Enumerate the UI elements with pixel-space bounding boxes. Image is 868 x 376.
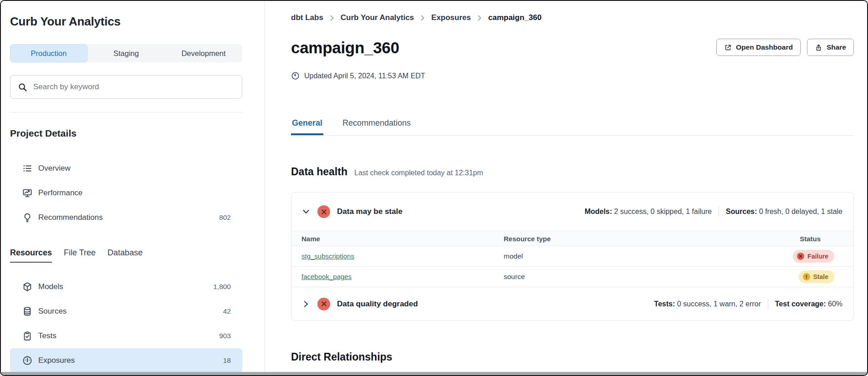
chevron-right-icon [420, 15, 425, 21]
breadcrumb-exposures[interactable]: Exposures [431, 13, 471, 22]
sidebar-item-count: 903 [219, 332, 231, 340]
resource-link-stg-subscriptions[interactable]: stg_subscriptions [301, 252, 354, 260]
page-title: campaign_360 [291, 39, 399, 57]
status-badge: Stale [799, 270, 834, 283]
database-icon [22, 306, 32, 316]
quality-section-stats: Tests: 0 success, 1 warn, 2 error Test c… [654, 299, 842, 309]
resource-type-cell: source [504, 267, 708, 287]
data-health-header: Data health Last check completed today a… [291, 165, 854, 178]
chevron-right-icon [330, 15, 334, 21]
page-tabs: General Recommendations [291, 117, 854, 136]
quality-section-row: Data quality degraded Tests: 0 success, … [291, 287, 853, 320]
col-header-resource-type: Resource type [504, 231, 708, 246]
sidebar-item-count: 18 [223, 356, 231, 365]
open-dashboard-button[interactable]: Open Dashboard [716, 39, 801, 56]
table-row: facebook_pages source Stale [291, 267, 853, 287]
data-health-card: Data may be stale Models: 2 success, 0 s… [291, 192, 854, 321]
quality-section-title: Data quality degraded [337, 300, 418, 309]
sidebar-project-title: Curb Your Analytics [10, 15, 254, 29]
env-tab-production[interactable]: Production [10, 44, 87, 62]
resource-tabs: Resources File Tree Database [10, 248, 254, 263]
stale-section-title: Data may be stale [337, 207, 403, 216]
error-x-circle-icon [797, 253, 804, 260]
sidebar-item-count: 42 [223, 307, 231, 315]
error-x-circle-icon [317, 298, 330, 310]
main-content: dbt Labs Curb Your Analytics Exposures c… [266, 1, 867, 372]
sidebar-item-label: Sources [38, 307, 66, 316]
sidebar-item-performance[interactable]: Performance [10, 181, 242, 205]
sidebar-item-recommendations[interactable]: Recommendations 802 [10, 205, 242, 230]
col-header-name: Name [291, 231, 504, 246]
lightbulb-icon [22, 213, 32, 223]
stale-resources-table: Name Resource type Status stg_subscripti… [291, 231, 853, 287]
sidebar-item-count: 802 [219, 213, 231, 222]
resources-list: Models 1,800 Sources 42 Tests 903 [10, 274, 242, 373]
share-button[interactable]: Share [807, 39, 854, 56]
coverage-stat: Test coverage: 60% [775, 300, 842, 308]
tab-recommendations[interactable]: Recommendations [342, 117, 412, 135]
sidebar-search[interactable] [10, 75, 242, 99]
models-stat: Models: 2 success, 0 skipped, 1 failure [585, 208, 712, 216]
sidebar-divider [10, 112, 242, 112]
sidebar-item-overview[interactable]: Overview [10, 156, 242, 181]
gauge-icon [22, 356, 32, 366]
title-row: campaign_360 Open Dashboard Share [291, 39, 854, 57]
warning-circle-icon [803, 273, 810, 280]
window-bottom-edge [1, 372, 867, 375]
stats-divider [768, 299, 768, 309]
clipboard-check-icon [22, 331, 32, 341]
chevron-right-icon [477, 15, 482, 21]
stale-section-row: Data may be stale Models: 2 success, 0 s… [291, 193, 853, 231]
breadcrumb-project[interactable]: Curb Your Analytics [341, 13, 414, 22]
chevron-down-icon[interactable] [301, 207, 311, 216]
stale-section-stats: Models: 2 success, 0 skipped, 1 failure … [585, 207, 842, 217]
direct-relationships-title: Direct Relationships [291, 350, 854, 364]
status-badge: Failure [793, 250, 834, 263]
table-row: stg_subscriptions model Failure [291, 246, 853, 267]
header-actions: Open Dashboard Share [716, 39, 854, 56]
sidebar-item-models[interactable]: Models 1,800 [10, 274, 242, 299]
stats-divider [719, 207, 719, 217]
sidebar-item-label: Recommendations [38, 213, 103, 222]
breadcrumb: dbt Labs Curb Your Analytics Exposures c… [291, 13, 854, 22]
sidebar-item-sources[interactable]: Sources 42 [10, 299, 242, 324]
tab-resources[interactable]: Resources [10, 248, 52, 263]
open-dashboard-label: Open Dashboard [736, 43, 793, 51]
table-header-row: Name Resource type Status [291, 231, 853, 246]
sidebar-item-label: Models [38, 282, 63, 291]
clock-icon [291, 71, 300, 80]
list-icon [22, 163, 32, 173]
dbt-explorer-window: Curb Your Analytics Production Staging D… [0, 0, 868, 376]
tab-file-tree[interactable]: File Tree [64, 248, 96, 263]
col-header-status: Status [708, 231, 853, 246]
resource-link-facebook-pages[interactable]: facebook_pages [301, 273, 352, 280]
chevron-right-icon[interactable] [301, 300, 311, 309]
updated-row: Updated April 5, 2024, 11:53 AM EDT [291, 71, 854, 80]
project-details-heading: Project Details [10, 128, 254, 139]
share-icon [815, 44, 822, 51]
tab-database[interactable]: Database [107, 248, 143, 263]
tests-stat: Tests: 0 success, 1 warn, 2 error [654, 300, 761, 308]
sidebar-item-label: Performance [38, 188, 82, 198]
search-icon [18, 82, 27, 92]
sidebar-item-exposures[interactable]: Exposures 18 [10, 348, 242, 373]
sources-stat: Sources: 0 fresh, 0 delayed, 1 stale [726, 208, 842, 216]
env-tab-development[interactable]: Development [165, 44, 242, 62]
search-input[interactable] [33, 82, 235, 91]
error-x-circle-icon [317, 205, 330, 218]
monitor-chart-icon [22, 188, 32, 198]
cube-icon [22, 282, 32, 292]
updated-text: Updated April 5, 2024, 11:53 AM EDT [304, 72, 425, 80]
project-details-list: Overview Performance Recommendations 802 [10, 156, 242, 230]
breadcrumb-account[interactable]: dbt Labs [291, 13, 323, 22]
env-tab-staging[interactable]: Staging [87, 44, 165, 62]
sidebar-item-label: Overview [38, 164, 71, 173]
share-label: Share [827, 43, 846, 51]
external-link-icon [724, 44, 732, 51]
environment-tabs: Production Staging Development [10, 44, 242, 62]
sidebar-item-count: 1,800 [213, 283, 231, 291]
sidebar-item-tests[interactable]: Tests 903 [10, 324, 242, 348]
tab-general[interactable]: General [291, 117, 323, 135]
sidebar-item-label: Tests [38, 331, 56, 340]
data-health-subtitle: Last check completed today at 12:31pm [354, 169, 483, 177]
